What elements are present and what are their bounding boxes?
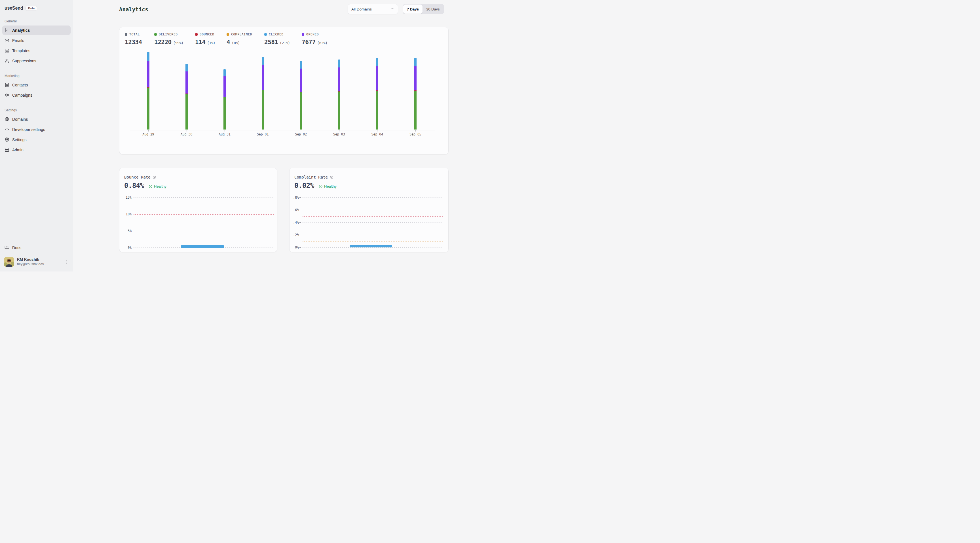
stat-header: OPENED — [302, 32, 328, 36]
nav-section-label: Settings — [2, 108, 71, 112]
stat-value: 12220 — [154, 39, 172, 46]
stat-header: COMPLAINED — [227, 32, 252, 36]
sidebar-item-label: Contacts — [12, 83, 28, 87]
x-axis-label: Aug 29 — [138, 132, 158, 136]
book-open-icon — [5, 245, 10, 250]
range-option-7-days[interactable]: 7 Days — [403, 5, 423, 14]
rate-bar — [181, 245, 224, 248]
bar-segment-delivered — [223, 97, 226, 130]
stat-percent: (99%) — [173, 41, 183, 45]
user-name: KM Koushik — [17, 257, 44, 262]
sidebar-item-contacts[interactable]: Contacts — [2, 80, 71, 90]
y-axis-label: 5% — [123, 229, 132, 233]
user-menu[interactable]: KM Koushik hey@koushik.dev — [2, 255, 71, 269]
bounce-rate-value: 0.84% — [124, 182, 144, 190]
code-icon — [5, 127, 10, 132]
bounce-rate-status: Healthy — [149, 184, 167, 189]
stat-complained: COMPLAINED4(0%) — [227, 32, 252, 46]
stat-value-row: 12334 — [125, 39, 142, 46]
date-range-toggle: 7 Days 30 Days — [402, 4, 444, 14]
stat-percent: (1%) — [207, 41, 215, 45]
status-label: Healthy — [154, 184, 167, 189]
stacked-bar-sep-03 — [338, 60, 340, 130]
legend-dot — [227, 33, 229, 36]
layout-icon — [5, 48, 10, 53]
stat-header: BOUNCED — [195, 32, 215, 36]
sidebar-item-label: Docs — [12, 246, 21, 250]
x-axis-tick — [186, 130, 187, 132]
stacked-bar-aug-29 — [147, 52, 150, 130]
domain-filter-select[interactable]: All Domains — [348, 4, 398, 14]
stat-percent: (21%) — [280, 41, 290, 45]
sidebar-item-suppressions[interactable]: Suppressions — [2, 56, 71, 65]
stat-value-row: 114(1%) — [195, 39, 215, 46]
y-axis-tick — [299, 222, 301, 223]
mail-icon — [5, 38, 10, 43]
gridline-15- — [134, 197, 274, 198]
sidebar-item-emails[interactable]: Emails — [2, 36, 71, 45]
bar-segment-clicked — [414, 58, 417, 66]
threshold-line-orange — [302, 241, 444, 241]
bar-segment-clicked — [300, 60, 302, 68]
bar-segment-opened — [147, 60, 150, 87]
bar-segment-delivered — [300, 92, 302, 130]
stat-value-row: 4(0%) — [227, 39, 252, 46]
bar-segment-clicked — [376, 58, 378, 66]
bar-chart-icon — [5, 28, 10, 33]
kebab-menu-icon[interactable] — [63, 259, 69, 265]
bar-segment-opened — [223, 76, 226, 97]
complaint-rate-status: Healthy — [319, 184, 337, 189]
y-axis-label: .2% — [292, 233, 299, 237]
y-axis-label: .4% — [292, 221, 299, 224]
sidebar-item-label: Campaigns — [12, 93, 32, 97]
bar-segment-delivered — [147, 87, 150, 130]
stat-percent: (0%) — [232, 41, 240, 45]
gridline--2- — [302, 235, 444, 235]
range-option-30-days[interactable]: 30 Days — [423, 5, 444, 14]
x-axis-label: Sep 02 — [291, 132, 311, 136]
stat-header: CLICKED — [264, 32, 290, 36]
legend-dot — [195, 33, 198, 36]
y-axis-tick — [299, 197, 301, 198]
y-axis-label: 15% — [123, 195, 132, 200]
stacked-bar-aug-31 — [223, 69, 226, 130]
info-icon[interactable] — [330, 175, 334, 179]
stat-delivered: DELIVERED12220(99%) — [154, 32, 183, 46]
sidebar-item-analytics[interactable]: Analytics — [2, 25, 71, 35]
sidebar-item-settings[interactable]: Settings — [2, 135, 71, 144]
check-circle-icon — [319, 184, 323, 189]
bar-segment-clicked — [262, 57, 264, 65]
bar-segment-opened — [376, 66, 378, 90]
y-axis-label: 10% — [123, 212, 132, 216]
sidebar-item-label: Suppressions — [12, 59, 36, 63]
sidebar-item-developer-settings[interactable]: Developer settings — [2, 125, 71, 134]
nav-section-label: General — [2, 19, 71, 23]
sidebar-item-label: Templates — [12, 49, 30, 53]
legend-dot — [125, 33, 127, 36]
sidebar-item-campaigns[interactable]: Campaigns — [2, 90, 71, 100]
info-icon[interactable] — [153, 175, 156, 179]
stat-clicked: CLICKED2581(21%) — [264, 32, 290, 46]
complaint-rate-title-text: Complaint Rate — [294, 175, 328, 179]
x-axis-tick — [377, 130, 377, 132]
x-axis-tick — [339, 130, 339, 132]
x-axis-tick — [301, 130, 301, 132]
sidebar-item-label: Domains — [12, 117, 28, 121]
sidebar-item-docs[interactable]: Docs — [2, 243, 71, 252]
sidebar-item-templates[interactable]: Templates — [2, 46, 71, 55]
app-name: useSend — [5, 6, 23, 11]
bar-segment-clicked — [147, 52, 150, 60]
user-info: KM Koushik hey@koushik.dev — [17, 257, 44, 267]
bar-segment-opened — [262, 65, 264, 90]
threshold-line-red — [302, 216, 444, 216]
sidebar-item-domains[interactable]: Domains — [2, 114, 71, 124]
complaint-rate-card: Complaint Rate 0.02% Healthy .8%.6%.4%.2… — [289, 168, 449, 252]
check-circle-icon — [149, 184, 153, 189]
email-volume-card: TOTAL12334DELIVERED12220(99%)BOUNCED114(… — [119, 27, 449, 154]
x-axis-label: Sep 01 — [253, 132, 273, 136]
sidebar-item-admin[interactable]: Admin — [2, 145, 71, 154]
y-axis-tick — [299, 247, 301, 248]
y-axis-tick — [299, 210, 301, 210]
stacked-bar-sep-02 — [300, 60, 302, 130]
stat-label: CLICKED — [269, 33, 283, 36]
